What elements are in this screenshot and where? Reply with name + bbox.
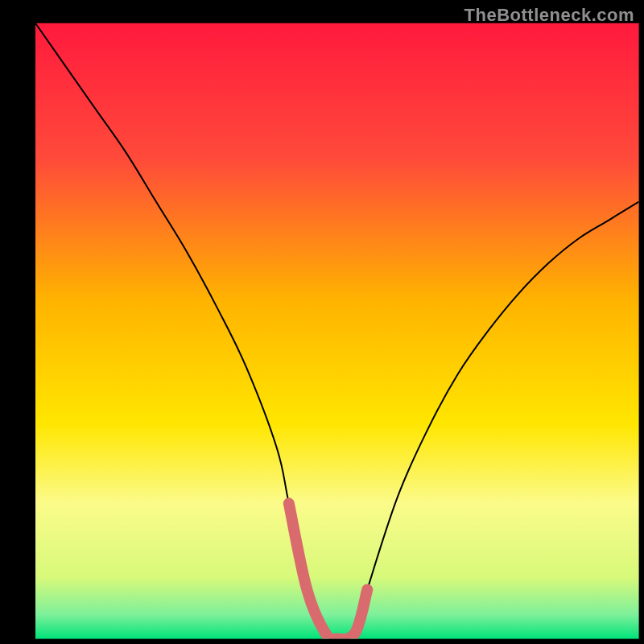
chart-stage: TheBottleneck.com (0, 0, 644, 644)
gradient-background (35, 23, 639, 639)
bottleneck-chart (0, 0, 644, 644)
watermark-text: TheBottleneck.com (464, 5, 634, 26)
